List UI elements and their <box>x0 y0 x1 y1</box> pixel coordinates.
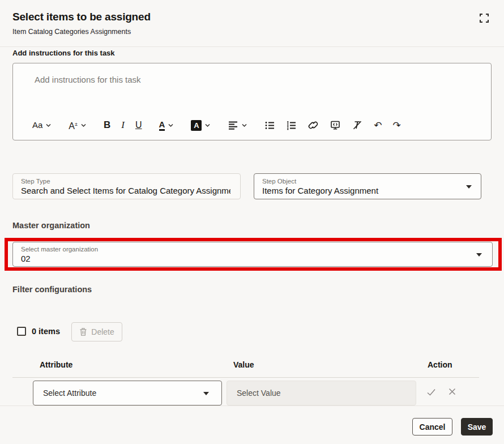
undo-button[interactable]: ↶ <box>370 117 385 133</box>
close-icon <box>447 387 457 396</box>
chevron-down-icon <box>45 122 52 129</box>
cancel-button[interactable]: Cancel <box>412 418 452 436</box>
bullet-list-button[interactable] <box>261 117 279 133</box>
undo-icon: ↶ <box>374 119 382 131</box>
highlight-color-icon: A <box>191 120 202 131</box>
value-select-field: Select Value <box>227 381 416 405</box>
editor-toolbar: Aa A± B I U A A <box>29 117 404 134</box>
chevron-down-icon <box>80 122 87 129</box>
master-organization-label: Select master organization <box>21 245 484 253</box>
column-header-value: Value <box>233 360 254 369</box>
dropdown-arrow-icon <box>203 392 209 395</box>
attribute-select-placeholder: Select Attribute <box>43 388 96 398</box>
clear-format-icon <box>352 119 363 131</box>
italic-icon: I <box>121 119 125 131</box>
confirm-row-button[interactable] <box>426 387 437 398</box>
text-color-button[interactable]: A <box>156 117 178 133</box>
text-style-icon: Aa <box>32 119 42 131</box>
clear-format-button[interactable] <box>348 117 366 133</box>
numbered-list-button[interactable] <box>283 117 300 133</box>
bullet-list-icon <box>264 120 275 131</box>
master-organization-value: 02 <box>21 253 484 264</box>
select-all-checkbox[interactable] <box>17 327 26 336</box>
remove-row-button[interactable] <box>447 387 457 396</box>
numbered-list-icon <box>286 120 297 131</box>
font-size-icon: A± <box>69 118 78 132</box>
font-size-button[interactable]: A± <box>65 117 90 133</box>
step-type-value: Search and Select Items for Catalog Cate… <box>21 185 230 196</box>
chevron-down-icon <box>168 122 174 129</box>
highlight-color-button[interactable]: A <box>187 117 214 133</box>
step-object-dropdown[interactable]: Step Object Items for Category Assignmen… <box>254 173 481 199</box>
media-button[interactable] <box>326 117 344 133</box>
step-object-label: Step Object <box>262 177 473 185</box>
page-title: Select items to be assigned <box>12 11 151 23</box>
step-object-value: Items for Category Assignment <box>262 185 473 196</box>
dropdown-arrow-icon <box>476 253 482 257</box>
editor-placeholder: Add instructions for this task <box>35 75 141 84</box>
redo-icon: ↷ <box>393 119 401 131</box>
delete-button[interactable]: Delete <box>71 322 122 341</box>
instructions-label: Add instructions for this task <box>12 49 115 57</box>
italic-button[interactable]: I <box>118 117 128 133</box>
chevron-down-icon <box>204 122 211 129</box>
align-left-icon <box>228 120 238 131</box>
master-organization-dropdown[interactable]: Select master organization 02 <box>12 242 493 267</box>
monitor-code-icon <box>330 119 341 131</box>
header-divider <box>0 46 504 47</box>
link-icon <box>307 119 319 131</box>
column-header-attribute: Attribute <box>40 360 72 369</box>
redo-button[interactable]: ↷ <box>390 117 404 133</box>
align-button[interactable] <box>224 117 251 133</box>
selection-count: 0 items <box>32 327 60 336</box>
column-header-action: Action <box>428 360 452 369</box>
expand-button[interactable] <box>477 11 492 25</box>
bold-icon: B <box>104 119 110 131</box>
master-organization-heading: Master organization <box>12 221 90 230</box>
footer-divider <box>0 405 504 406</box>
check-icon <box>426 387 437 398</box>
instructions-editor[interactable]: Add instructions for this task Aa A± B I… <box>12 63 492 140</box>
table-row-divider <box>12 377 479 378</box>
assign-items-dialog: Select items to be assigned Item Catalog… <box>0 0 504 444</box>
attribute-select-dropdown[interactable]: Select Attribute <box>33 381 222 405</box>
underline-button[interactable]: U <box>132 117 146 133</box>
trash-icon <box>79 327 87 336</box>
link-button[interactable] <box>304 117 322 133</box>
text-color-icon: A <box>159 120 165 131</box>
step-type-field: Step Type Search and Select Items for Ca… <box>12 173 241 199</box>
save-button[interactable]: Save <box>461 418 493 436</box>
value-select-placeholder: Select Value <box>237 388 281 398</box>
bold-button[interactable]: B <box>100 117 114 133</box>
delete-button-label: Delete <box>91 327 114 336</box>
filter-configurations-heading: Filter configurations <box>12 285 92 294</box>
text-style-button[interactable]: Aa <box>29 117 55 133</box>
dropdown-arrow-icon <box>466 185 472 189</box>
step-type-label: Step Type <box>21 177 232 185</box>
underline-icon: U <box>135 119 142 131</box>
page-subtitle: Item Catalog Categories Assignments <box>12 28 131 36</box>
chevron-down-icon <box>241 122 247 129</box>
expand-icon <box>479 12 490 24</box>
